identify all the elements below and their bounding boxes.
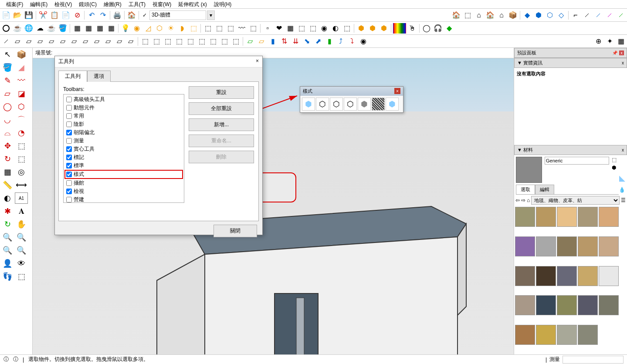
grid1-icon[interactable]: ▦ (72, 23, 82, 34)
grid2-icon[interactable]: ▦ (83, 23, 94, 34)
material-swatch[interactable] (578, 295, 598, 315)
material-swatch[interactable] (599, 207, 619, 227)
box-icon[interactable]: 📦 (508, 10, 518, 20)
material-swatch[interactable] (515, 207, 535, 227)
op1-icon[interactable]: ⬚ (203, 23, 213, 34)
style-monochrome-icon[interactable]: ⬢ (358, 98, 371, 111)
scale-icon[interactable]: ▦ (1, 166, 14, 178)
t3-3-icon[interactable]: ▱ (24, 36, 34, 47)
toolbar-checkbox[interactable] (66, 121, 72, 127)
menu-help[interactable]: 說明(H) (210, 1, 235, 7)
scene-tab-label[interactable]: 場景號: (35, 49, 52, 57)
toolbar-checkbox[interactable] (66, 172, 72, 177)
cloud-icon[interactable]: ☁ (35, 23, 45, 34)
toolbar-item[interactable]: 動態元件 (64, 104, 183, 112)
dialog-close-icon[interactable]: × (256, 58, 259, 65)
style-xray-icon[interactable]: ⬢ (386, 98, 399, 111)
t3-24-icon[interactable]: ▮ (268, 36, 278, 47)
toolbar-checkbox[interactable] (66, 197, 72, 202)
t3-11-icon[interactable]: ▱ (114, 36, 125, 47)
material-close-icon[interactable]: x (622, 148, 624, 152)
material-swatch[interactable] (515, 266, 535, 286)
nav-back-icon[interactable]: ⇦ (515, 197, 520, 203)
op2-icon[interactable]: ⬚ (214, 23, 224, 34)
rename-button[interactable]: 重命名... (189, 135, 254, 147)
3dtext-icon[interactable]: 𝐀 (15, 206, 28, 217)
curve3-icon[interactable]: ⟋ (593, 10, 603, 20)
material-swatch[interactable] (599, 266, 619, 286)
toolbars-listbox[interactable]: 高級镜头工具動態元件常用陰影朝陽偏北測量實心工具標記標準樣式攝館檢視營建繪圖 (63, 94, 184, 203)
t3-29-icon[interactable]: ▮ (324, 36, 335, 47)
model-icon[interactable]: 🏠 (126, 10, 137, 20)
render3-icon[interactable]: ▦ (285, 23, 295, 34)
curve5-icon[interactable]: ⟋ (616, 10, 626, 20)
t3-28-icon[interactable]: ⬈ (313, 36, 323, 47)
dialog-tab-toolbars[interactable]: 工具列 (58, 71, 87, 82)
material-swatch[interactable] (578, 266, 598, 286)
polygon-icon[interactable]: ⬡ (15, 101, 28, 112)
cube-icon[interactable]: ⬚ (462, 10, 473, 20)
material-tab-edit[interactable]: 編輯 (535, 185, 554, 194)
nav-fwd-icon[interactable]: ⇨ (521, 197, 525, 203)
toolbar-item[interactable]: 朝陽偏北 (64, 128, 183, 137)
toolbar-checkbox[interactable] (66, 97, 72, 102)
t3-8-icon[interactable]: ▱ (80, 36, 91, 47)
material-category-dropdown[interactable]: 地毯、織物、皮革、紡 (531, 196, 620, 205)
toolbar-item[interactable]: 常用 (64, 112, 183, 120)
menu-window[interactable]: 視窗(W) (149, 1, 175, 7)
light1-icon[interactable]: 💡 (120, 23, 131, 34)
render8-icon[interactable]: ⬚ (342, 23, 352, 34)
extra1-icon[interactable]: ◯ (421, 23, 432, 34)
pushpull-icon[interactable]: ⬚ (15, 140, 28, 152)
toolbar-item[interactable]: 營建 (64, 195, 183, 203)
op3-icon[interactable]: ⬚ (225, 23, 236, 34)
delete-icon[interactable]: ⊘ (72, 10, 82, 20)
t3-17-icon[interactable]: ⬚ (185, 36, 196, 47)
material-swatch[interactable] (536, 207, 556, 227)
entity-close-icon[interactable]: x (622, 61, 624, 65)
menu-edit[interactable]: 編輯(E) (27, 1, 51, 7)
material-swatch[interactable] (536, 325, 556, 345)
material-swatch[interactable] (515, 236, 535, 256)
t3-13-icon[interactable]: ⬚ (140, 36, 150, 47)
followme-icon[interactable]: ⬚ (15, 153, 28, 165)
render2-icon[interactable]: ❤ (274, 23, 284, 34)
toolbar-checkbox[interactable] (66, 130, 72, 135)
extra2-icon[interactable]: 🎧 (433, 23, 443, 34)
line-icon[interactable]: ✎ (1, 75, 14, 86)
freehand-icon[interactable]: 〰 (15, 75, 28, 86)
material-swatch[interactable] (536, 295, 556, 315)
material-dropper-icon[interactable]: 💧 (619, 187, 625, 193)
style-hidden-icon[interactable]: ⬡ (330, 98, 343, 111)
print-icon[interactable]: 🖨️ (112, 10, 122, 20)
material-add-icon[interactable]: ⬚ (612, 157, 617, 163)
picker-icon[interactable]: 🖱 (407, 23, 417, 34)
zoomext-icon[interactable]: 🔍 (1, 245, 14, 256)
curve1-icon[interactable]: ⌐ (570, 10, 581, 20)
styles-floating-toolbar[interactable]: 樣式 × ⬢ ⬡ ⬡ ⬡ ⬢ ⬢ (300, 86, 403, 113)
toolbar-item[interactable]: 標準 (64, 162, 183, 170)
shape1-icon[interactable]: ◆ (522, 10, 532, 20)
pie-icon[interactable]: ◔ (15, 127, 28, 138)
compass2-icon[interactable]: ✦ (604, 36, 615, 47)
home2-icon[interactable]: ⌂ (474, 10, 484, 20)
t3-15-icon[interactable]: ⬚ (163, 36, 173, 47)
new-button[interactable]: 新增... (189, 118, 254, 131)
toolbar-item[interactable]: 檢視 (64, 187, 183, 195)
material-swatch[interactable] (515, 295, 535, 315)
material-swatch[interactable] (578, 236, 598, 256)
open-icon[interactable]: 📂 (12, 10, 23, 20)
material-create-icon[interactable]: ⬢ (612, 165, 617, 171)
prev-icon[interactable]: 🔍 (15, 245, 28, 256)
material-swatch[interactable] (557, 207, 577, 227)
mat2-icon[interactable]: ⬢ (367, 23, 378, 34)
material-swatch[interactable] (557, 236, 577, 256)
toolbar-checkbox[interactable] (66, 163, 72, 169)
toolbar-checkbox[interactable] (66, 180, 72, 186)
light2-icon[interactable]: ◉ (132, 23, 142, 34)
component-icon[interactable]: 📦 (15, 49, 28, 60)
toolbar-checkbox[interactable] (66, 189, 72, 194)
t3-2-icon[interactable]: ▱ (12, 36, 23, 47)
toolbar-item[interactable]: 測量 (64, 137, 183, 145)
material-preview-swatch[interactable] (516, 157, 542, 183)
